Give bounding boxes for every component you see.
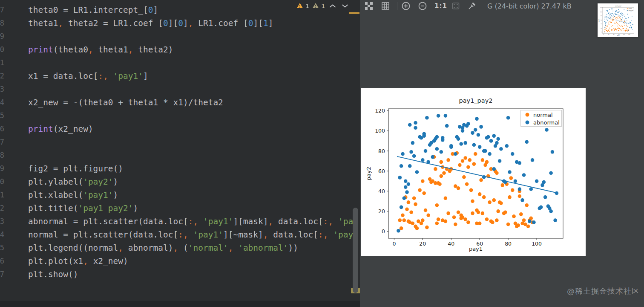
- svg-text:40: 40: [448, 240, 454, 247]
- fit-to-window-icon: [451, 2, 460, 10]
- svg-text:120: 120: [600, 7, 602, 9]
- svg-text:80: 80: [505, 240, 512, 247]
- code-line: x2_new = -(theta0 + theta1 * x1)/theta2: [28, 96, 360, 109]
- previous-issue-button[interactable]: [328, 1, 337, 11]
- code-line: x1 = data.loc[:, 'pay1']: [28, 70, 360, 83]
- svg-text:20: 20: [378, 208, 385, 214]
- code-line: normal = plt.scatter(data.loc[:, 'pay1']…: [28, 228, 360, 241]
- svg-text:100: 100: [532, 240, 542, 247]
- svg-text:pay2: pay2: [365, 167, 372, 180]
- code-line: plt.xlabel('pay1'): [28, 188, 360, 202]
- svg-text:100: 100: [375, 127, 385, 134]
- code-content[interactable]: theta0 = LR1.intercept_[0]theta1, theta2…: [28, 3, 360, 302]
- svg-text:normal: normal: [533, 112, 553, 118]
- svg-text:0: 0: [603, 34, 604, 35]
- code-line: theta1, theta2 = LR1.coef_[0][0], LR1.co…: [28, 17, 360, 30]
- svg-text:pay1: pay1: [469, 246, 483, 252]
- svg-text:0: 0: [392, 240, 396, 247]
- code-line: abnormal = plt.scatter(data.loc[:, 'pay1…: [28, 215, 360, 228]
- image-viewer-panel: 1:1 G (24-bit color) 27.47 kB 0204060801…: [360, 0, 644, 307]
- image-info-label: G (24-bit color) 27.47 kB: [487, 0, 572, 12]
- svg-text:20: 20: [419, 240, 426, 247]
- scatter-plot-svg: 020406080100020406080100120pay1_pay2pay1…: [598, 3, 638, 37]
- svg-text:60: 60: [378, 168, 385, 174]
- warning-icon[interactable]: [296, 3, 303, 10]
- code-line: plt.legend((normal, abnormal), ('normal'…: [28, 241, 360, 255]
- editor-bottom-shade: [0, 301, 360, 307]
- code-line: [28, 109, 360, 122]
- code-line: fig2 = plt.figure(): [28, 162, 360, 175]
- svg-text:pay1_pay2: pay1_pay2: [459, 97, 492, 104]
- zoom-out-icon: [418, 1, 427, 11]
- weak-warning-icon[interactable]: [312, 3, 319, 10]
- svg-text:0: 0: [601, 32, 602, 33]
- svg-text:120: 120: [375, 107, 385, 114]
- code-line: [28, 149, 360, 162]
- code-line: plt.ylabel('pay2'): [28, 175, 360, 188]
- code-line: [28, 83, 360, 96]
- svg-text:pay1_pay2: pay1_pay2: [615, 5, 621, 7]
- thumbnail-plot: 020406080100020406080100120pay1_pay2pay1…: [598, 3, 638, 37]
- scatter-plot-svg: 020406080100020406080100120pay1_pay2pay1…: [361, 88, 586, 256]
- selected-navigation-underline: [349, 12, 359, 14]
- weak-warning-count: 1: [321, 3, 325, 9]
- zoom-out-button[interactable]: [418, 1, 427, 11]
- svg-text:40: 40: [378, 188, 385, 194]
- toolbar-separator: [397, 2, 397, 10]
- warning-count: 1: [305, 3, 309, 9]
- actual-size-button[interactable]: 1:1: [433, 0, 448, 12]
- svg-text:0: 0: [382, 228, 385, 235]
- eyedropper-button[interactable]: [467, 1, 477, 11]
- code-line: print(theta0, theta1, theta2): [28, 43, 360, 56]
- chessboard-toggle-button[interactable]: [364, 1, 374, 11]
- chessboard-icon: [365, 2, 373, 10]
- zoom-in-button[interactable]: [401, 1, 411, 11]
- code-line: [28, 56, 360, 70]
- svg-text:abnormal: abnormal: [629, 10, 633, 11]
- code-line: plt.show(): [28, 268, 360, 281]
- watermark: @稀土掘金技术社区: [567, 286, 640, 296]
- line-number-gutter: 789101112131415161718192021222324252627: [0, 3, 4, 281]
- svg-text:40: 40: [613, 34, 615, 35]
- grid-toggle-button[interactable]: [381, 1, 390, 11]
- code-line: [28, 136, 360, 149]
- code-line: print(x2_new): [28, 122, 360, 136]
- svg-text:80: 80: [601, 15, 602, 17]
- zoom-in-icon: [401, 1, 411, 11]
- svg-text:abnormal: abnormal: [533, 119, 560, 126]
- svg-text:pay2: pay2: [598, 19, 600, 22]
- svg-text:80: 80: [378, 148, 385, 154]
- editor-scrollbar[interactable]: [353, 208, 358, 293]
- svg-text:20: 20: [608, 34, 610, 35]
- gutter-divider: [25, 0, 25, 307]
- grid-icon: [381, 2, 390, 10]
- chevron-up-icon: [330, 5, 335, 7]
- thumbnail-preview: 020406080100020406080100120pay1_pay2pay1…: [598, 3, 638, 37]
- svg-text:100: 100: [628, 34, 630, 35]
- svg-text:60: 60: [601, 20, 602, 21]
- svg-text:80: 80: [624, 34, 625, 35]
- chevron-down-icon: [342, 5, 348, 7]
- svg-text:pay1: pay1: [617, 35, 620, 36]
- plot-image: 020406080100020406080100120pay1_pay2pay1…: [361, 88, 586, 256]
- inspections-widget[interactable]: 1 1: [296, 0, 350, 12]
- svg-text:40: 40: [601, 23, 602, 25]
- eyedropper-icon: [468, 2, 476, 10]
- svg-text:20: 20: [601, 28, 602, 29]
- code-line: plt.title('pay1_pay2'): [28, 202, 360, 215]
- code-editor[interactable]: 789101112131415161718192021222324252627 …: [0, 0, 360, 307]
- code-line: plt.plot(x1, x2_new): [28, 255, 360, 268]
- fit-to-window-button[interactable]: [451, 1, 460, 11]
- svg-text:100: 100: [600, 12, 602, 13]
- next-issue-button[interactable]: [340, 1, 350, 11]
- code-line: [28, 30, 360, 43]
